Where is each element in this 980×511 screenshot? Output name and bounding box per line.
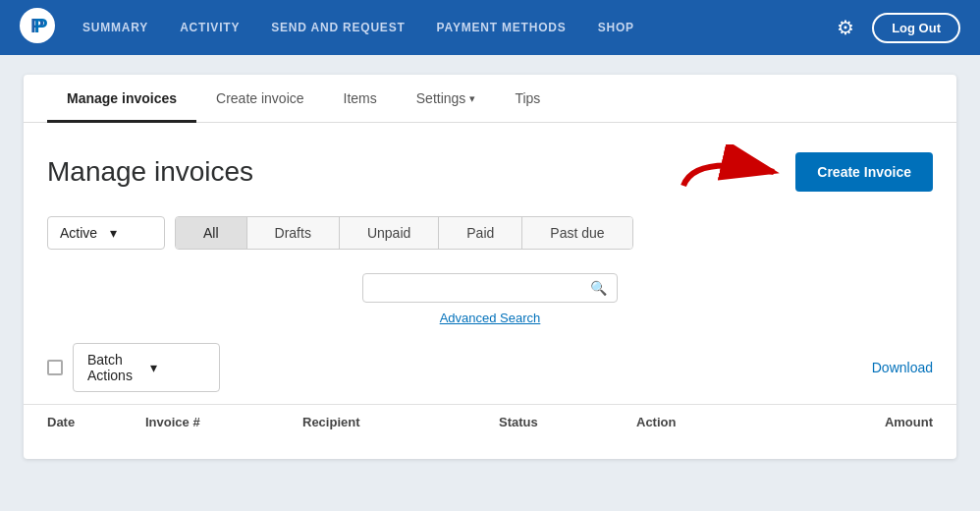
search-input[interactable] <box>373 280 590 296</box>
tab-tips[interactable]: Tips <box>495 75 560 123</box>
th-action: Action <box>636 415 774 429</box>
batch-chevron-icon: ▾ <box>150 360 205 375</box>
download-link[interactable]: Download <box>872 360 933 375</box>
nav-shop[interactable]: SHOP <box>598 21 634 34</box>
filter-tab-drafts[interactable]: Drafts <box>247 217 340 249</box>
th-date: Date <box>47 415 145 429</box>
page-title: Manage invoices <box>47 156 253 188</box>
page-header: Manage invoices Create Invoice <box>24 123 956 216</box>
active-filter-dropdown[interactable]: Active ▾ <box>47 216 165 250</box>
red-arrow-icon <box>676 144 784 199</box>
settings-chevron-icon: ▾ <box>469 92 475 105</box>
filter-tab-past-due[interactable]: Past due <box>522 217 631 249</box>
navbar-links: SUMMARY ACTIVITY SEND AND REQUEST PAYMEN… <box>82 21 837 34</box>
navbar: P P SUMMARY ACTIVITY SEND AND REQUEST PA… <box>0 0 980 55</box>
settings-gear-icon[interactable]: ⚙ <box>837 16 854 39</box>
table-headers: Date Invoice # Recipient Status Action A… <box>24 404 956 439</box>
paypal-logo: P P <box>20 8 82 47</box>
table-toolbar: Batch Actions ▾ Download <box>24 343 956 404</box>
tab-bar: Manage invoices Create invoice Items Set… <box>24 75 956 123</box>
filter-bar: Active ▾ All Drafts Unpaid Paid Past due <box>24 216 956 265</box>
advanced-search-link[interactable]: Advanced Search <box>440 311 541 325</box>
filter-tab-all[interactable]: All <box>176 217 247 249</box>
logout-button[interactable]: Log Out <box>872 13 960 43</box>
filter-tab-unpaid[interactable]: Unpaid <box>340 217 439 249</box>
main-card: Manage invoices Create invoice Items Set… <box>24 75 956 459</box>
navbar-actions: ⚙ Log Out <box>837 13 960 43</box>
batch-select-checkbox[interactable] <box>47 360 63 375</box>
active-filter-chevron-icon: ▾ <box>110 225 152 241</box>
search-icon: 🔍 <box>590 280 607 296</box>
batch-actions-dropdown[interactable]: Batch Actions ▾ <box>73 343 220 392</box>
tab-settings[interactable]: Settings ▾ <box>397 75 496 123</box>
th-recipient: Recipient <box>302 415 499 429</box>
th-invoice: Invoice # <box>145 415 302 429</box>
nav-payment-methods[interactable]: PAYMENT METHODS <box>437 21 567 34</box>
tab-manage-invoices[interactable]: Manage invoices <box>47 75 196 123</box>
main-wrapper: Manage invoices Create invoice Items Set… <box>0 55 980 479</box>
filter-tab-paid[interactable]: Paid <box>439 217 522 249</box>
nav-summary[interactable]: SUMMARY <box>82 21 148 34</box>
create-invoice-area: Create Invoice <box>676 144 933 199</box>
tab-create-invoice[interactable]: Create invoice <box>196 75 324 123</box>
th-amount: Amount <box>774 415 933 429</box>
svg-text:P: P <box>34 14 48 36</box>
create-invoice-button[interactable]: Create Invoice <box>795 152 933 192</box>
nav-send-and-request[interactable]: SEND AND REQUEST <box>271 21 405 34</box>
nav-activity[interactable]: ACTIVITY <box>180 21 240 34</box>
th-status: Status <box>499 415 636 429</box>
search-area: 🔍 Advanced Search <box>24 265 956 343</box>
search-box: 🔍 <box>362 273 618 303</box>
tab-items[interactable]: Items <box>324 75 397 123</box>
filter-tabs: All Drafts Unpaid Paid Past due <box>175 216 633 250</box>
